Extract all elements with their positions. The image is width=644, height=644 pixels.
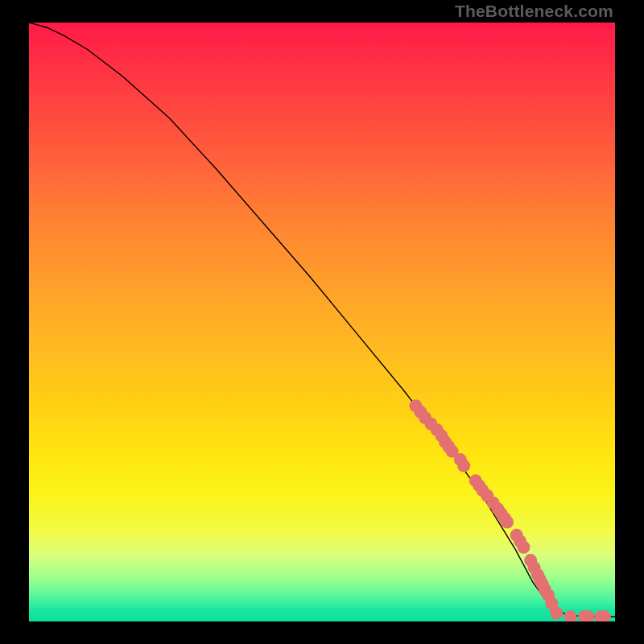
marker-dot (457, 460, 470, 473)
marker-dot (517, 541, 530, 554)
marker-group (409, 399, 610, 621)
watermark-text: TheBottleneck.com (455, 2, 613, 21)
marker-dot (550, 607, 563, 620)
marker-dot (501, 515, 514, 528)
curve-line (29, 23, 615, 617)
plot-area (29, 23, 615, 621)
chart-svg (29, 23, 615, 621)
chart-stage: TheBottleneck.com (0, 0, 644, 644)
marker-dot (564, 610, 577, 621)
